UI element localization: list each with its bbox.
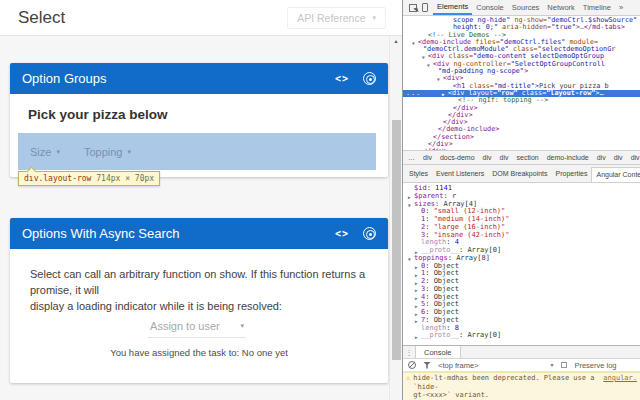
angular-context-pane: $id: 1141▶$parent: r▼sizes: Array[4]0: "… (403, 183, 640, 345)
assign-select-placeholder: Assign to user (150, 320, 240, 332)
codepen-icon[interactable] (363, 227, 376, 240)
card-option-groups-header: Option Groups <> (10, 63, 388, 94)
devtools-tab-elements[interactable]: Elements (433, 0, 472, 15)
sidebar-tab-properties[interactable]: Properties (552, 167, 592, 182)
console-messages: ⚠hide-lt-mdhas been deprecated. Please u… (403, 372, 640, 400)
card-async-search-header: Options With Async Search <> (10, 218, 388, 249)
breadcrumb-div[interactable]: div (498, 153, 511, 162)
card-async-search: Options With Async Search <> Select can … (10, 218, 388, 383)
pizza-heading: Pick your pizza below (28, 107, 168, 122)
view-source-icon[interactable]: <> (335, 228, 349, 239)
card-title: Option Groups (22, 71, 335, 86)
frame-context-select[interactable]: <top frame> (438, 361, 478, 370)
tooltip-width: 714px (96, 174, 120, 183)
scope-tree-row[interactable]: ▶__proto__: Array[0] (403, 332, 640, 340)
preserve-log-checkbox[interactable] (561, 362, 567, 368)
dom-tree-node[interactable]: </div> (403, 112, 640, 119)
chevron-down-icon: ▾ (241, 322, 245, 330)
card-title: Options With Async Search (22, 226, 335, 241)
console-drawer: ⋮ Console <top frame> ▼ Preserve log ⚠hi… (403, 345, 640, 400)
breadcrumb-docs-demo[interactable]: docs-demo (438, 153, 477, 162)
drawer-menu-icon[interactable]: ⋮ (403, 346, 415, 358)
preserve-log-label: Preserve log (574, 361, 616, 370)
devtools-panel: ElementsConsoleSourcesNetworkTimeline» s… (402, 0, 640, 400)
scrollbar-thumb[interactable] (392, 120, 401, 360)
devtools-tab-console[interactable]: Console (472, 1, 508, 14)
api-reference-dropdown[interactable]: API Reference ▾ (287, 7, 386, 29)
console-warning: ⚠hide-lt-mdhas been deprecated. Please u… (403, 372, 640, 400)
assign-to-user-select[interactable]: Assign to user ▾ (148, 320, 246, 338)
dropdown-arrow-icon[interactable]: ▼ (549, 362, 554, 368)
docs-page: Select API Reference ▾ Option Groups <> … (0, 0, 402, 400)
devtools-tab-[interactable]: » (615, 1, 627, 14)
sidebar-tabbar: StylesEvent ListenersDOM BreakpointsProp… (403, 165, 640, 183)
console-toolbar: <top frame> ▼ Preserve log (403, 359, 640, 372)
page-header: Select API Reference ▾ (0, 0, 402, 36)
device-mode-icon[interactable] (422, 3, 428, 12)
breadcrumb-[interactable]: … (406, 153, 417, 162)
card-option-groups: Option Groups <> Pick your pizza below S… (10, 63, 388, 177)
devtools-tab-timeline[interactable]: Timeline (579, 1, 615, 14)
breadcrumb-div[interactable]: div (612, 153, 625, 162)
warning-text: hide-lt-mdhas been deprecated. Please us… (413, 374, 599, 400)
dom-tree-node[interactable]: "md-padding ng-scope"> (403, 68, 640, 75)
api-reference-label: API Reference (297, 12, 365, 24)
inspect-tooltip: div.layout-row 714px × 70px (18, 171, 160, 186)
overflow-ellipsis: ... (406, 90, 421, 97)
scrollbar-up-arrow-icon[interactable]: ▲ (390, 36, 402, 46)
warning-icon: ⚠ (406, 374, 410, 383)
filter-icon[interactable] (423, 362, 431, 369)
sidebar-tab-styles[interactable]: Styles (405, 167, 432, 182)
breadcrumb-div[interactable]: div (421, 153, 434, 162)
chevron-down-icon: ▾ (372, 14, 376, 22)
clear-console-icon[interactable] (408, 361, 416, 369)
dom-breadcrumb: …divdocs-demodivdivsectiondemo-includedi… (403, 150, 640, 165)
devtools-main-tabbar: ElementsConsoleSourcesNetworkTimeline» (403, 0, 640, 16)
dom-tree-node[interactable]: <!-- ngIf: topping --> (403, 97, 640, 104)
element-highlight-overlay (18, 133, 376, 170)
page-title: Select (18, 8, 65, 28)
breadcrumb-demo-include[interactable]: demo-include (545, 153, 591, 162)
breadcrumb-div[interactable]: div (595, 153, 608, 162)
elements-tree: scope ng-hide" ng-show="demoCtrl.$showSo… (403, 17, 640, 150)
sidebar-tab-event-listeners[interactable]: Event Listeners (432, 167, 488, 182)
tooltip-height: 70px (135, 174, 154, 183)
devtools-tab-sources[interactable]: Sources (508, 1, 544, 14)
tooltip-selector: div.layout-row (24, 174, 91, 183)
expand-arrow-icon[interactable]: ▶ (415, 334, 418, 342)
console-drawer-tab[interactable]: Console (415, 346, 461, 358)
console-drawer-tabbar: ⋮ Console (403, 346, 640, 359)
inspect-element-icon[interactable] (409, 4, 417, 12)
codepen-icon[interactable] (363, 72, 376, 85)
breadcrumb-div[interactable]: div (481, 153, 494, 162)
sidebar-tab-dom-breakpoints[interactable]: DOM Breakpoints (488, 167, 551, 182)
breadcrumb-div[interactable]: div (629, 153, 640, 162)
dom-tree-node[interactable]: </div> (403, 105, 640, 112)
view-source-icon[interactable]: <> (335, 73, 349, 84)
assignment-caption: You have assigned the task to: No one ye… (10, 347, 388, 358)
breadcrumb-section[interactable]: section (515, 153, 541, 162)
async-description: Select can call an arbitrary function on… (30, 266, 375, 314)
sidebar-tab-angular-context[interactable]: Angular Context (591, 167, 640, 183)
page-scrollbar[interactable]: ▲ (389, 36, 402, 400)
devtools-tab-network[interactable]: Network (543, 1, 579, 14)
source-link[interactable]: angular. (603, 374, 637, 383)
